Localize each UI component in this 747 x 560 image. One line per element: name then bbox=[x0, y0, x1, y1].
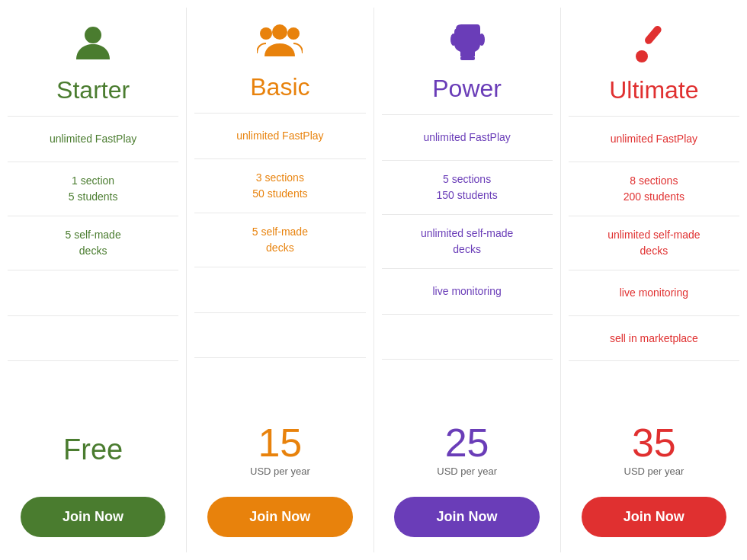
feature-row-power-3: live monitoring bbox=[382, 268, 553, 314]
svg-point-2 bbox=[287, 27, 300, 40]
paintbrush-icon bbox=[634, 23, 674, 69]
feature-row-starter-1: 1 section 5 students bbox=[8, 162, 178, 216]
join-button-power[interactable]: Join Now bbox=[394, 497, 540, 537]
svg-rect-4 bbox=[460, 56, 475, 60]
svg-rect-7 bbox=[643, 24, 663, 46]
plan-card-power: Powerunlimited FastPlay5 sections 150 st… bbox=[374, 8, 561, 552]
price-section-starter: Free bbox=[63, 419, 123, 480]
svg-point-3 bbox=[272, 24, 287, 40]
feature-row-basic-1: 3 sections 50 students bbox=[194, 158, 365, 213]
plan-features-starter: unlimited FastPlay1 section 5 students5 … bbox=[8, 116, 178, 404]
price-label-basic: USD per year bbox=[250, 466, 310, 477]
feature-row-starter-2: 5 self-made decks bbox=[8, 216, 178, 270]
feature-row-basic-3 bbox=[194, 267, 365, 312]
feature-row-ultimate-1: 8 sections 200 students bbox=[569, 162, 739, 216]
price-section-power: 25USD per year bbox=[437, 419, 497, 480]
feature-row-basic-0: unlimited FastPlay bbox=[194, 113, 365, 158]
feature-row-ultimate-2: unlimited self-made decks bbox=[569, 216, 739, 270]
price-label-power: USD per year bbox=[437, 466, 497, 477]
feature-row-starter-4 bbox=[8, 315, 178, 361]
price-amount-basic: 15 bbox=[258, 423, 302, 462]
plan-title-basic: Basic bbox=[250, 73, 309, 101]
plan-features-ultimate: unlimited FastPlay8 sections 200 student… bbox=[569, 116, 739, 404]
feature-row-basic-2: 5 self-made decks bbox=[194, 213, 365, 267]
join-button-basic[interactable]: Join Now bbox=[207, 497, 353, 537]
feature-row-ultimate-4: sell in marketplace bbox=[569, 315, 739, 361]
price-free-starter: Free bbox=[63, 434, 123, 466]
feature-row-ultimate-3: live monitoring bbox=[569, 270, 739, 315]
price-amount-ultimate: 35 bbox=[632, 423, 676, 462]
feature-row-basic-4 bbox=[194, 312, 365, 358]
price-label-ultimate: USD per year bbox=[624, 466, 684, 477]
feature-row-ultimate-0: unlimited FastPlay bbox=[569, 116, 739, 162]
feature-row-power-1: 5 sections 150 students bbox=[382, 160, 553, 214]
plan-features-power: unlimited FastPlay5 sections 150 student… bbox=[382, 114, 553, 404]
join-button-ultimate[interactable]: Join Now bbox=[582, 497, 727, 537]
plan-card-starter: Starterunlimited FastPlay1 section 5 stu… bbox=[0, 8, 187, 552]
svg-point-6 bbox=[479, 34, 485, 46]
price-section-basic: 15USD per year bbox=[250, 419, 310, 480]
plan-card-basic: Basicunlimited FastPlay3 sections 50 stu… bbox=[187, 8, 374, 552]
svg-point-8 bbox=[636, 50, 648, 62]
feature-row-starter-0: unlimited FastPlay bbox=[8, 116, 178, 162]
pricing-container: Starterunlimited FastPlay1 section 5 stu… bbox=[0, 0, 747, 560]
feature-row-power-4 bbox=[382, 314, 553, 360]
plan-features-basic: unlimited FastPlay3 sections 50 students… bbox=[194, 113, 365, 404]
price-amount-power: 25 bbox=[445, 423, 489, 462]
plan-title-starter: Starter bbox=[56, 76, 130, 104]
plan-title-power: Power bbox=[432, 75, 502, 103]
svg-point-5 bbox=[450, 34, 457, 46]
feature-row-starter-3 bbox=[8, 270, 178, 315]
plan-card-ultimate: Ultimateunlimited FastPlay8 sections 200… bbox=[561, 8, 747, 552]
svg-point-0 bbox=[85, 27, 101, 43]
feature-row-power-0: unlimited FastPlay bbox=[382, 114, 553, 160]
join-button-starter[interactable]: Join Now bbox=[21, 497, 166, 537]
feature-row-power-2: unlimited self-made decks bbox=[382, 214, 553, 268]
person-icon bbox=[73, 23, 113, 69]
price-section-ultimate: 35USD per year bbox=[624, 419, 684, 480]
group-icon bbox=[257, 23, 303, 66]
plan-title-ultimate: Ultimate bbox=[609, 76, 698, 104]
coffee-icon bbox=[448, 23, 486, 67]
svg-point-1 bbox=[260, 27, 272, 40]
